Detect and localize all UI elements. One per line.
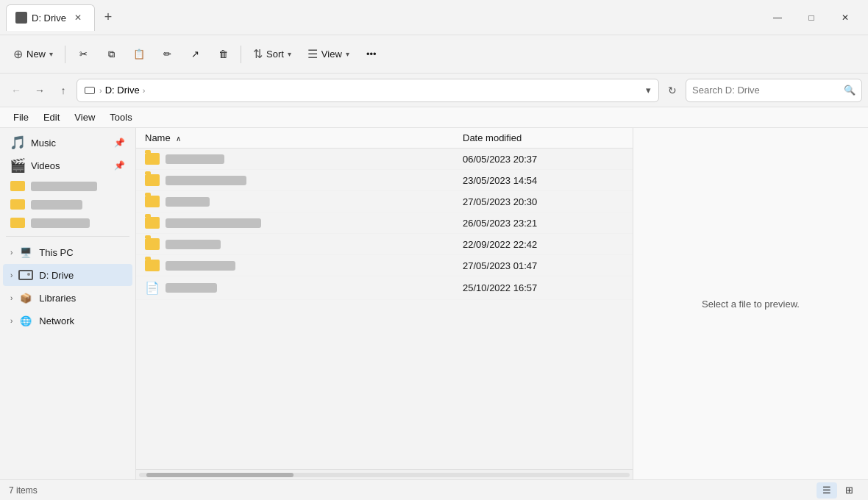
- table-row[interactable]: hidden23/05/2023 14:54: [136, 170, 633, 191]
- search-input[interactable]: [692, 85, 839, 96]
- new-tab-button[interactable]: +: [98, 7, 118, 28]
- sidebar-item-network[interactable]: › 🌐 Network: [3, 310, 132, 332]
- menu-tools[interactable]: Tools: [102, 109, 139, 126]
- menu-bar: File Edit View Tools: [0, 107, 868, 128]
- close-button[interactable]: ✕: [828, 6, 862, 29]
- column-header-name[interactable]: Name ∧: [136, 128, 454, 149]
- path-segment-drive[interactable]: D: Drive: [105, 85, 140, 96]
- file-name-blurred-6: hidden: [166, 261, 235, 271]
- menu-file[interactable]: File: [6, 109, 36, 126]
- sidebar-item-music[interactable]: 🎵 Music 📌: [3, 132, 132, 154]
- horizontal-scrollbar[interactable]: [136, 469, 633, 479]
- folder-icon: [145, 217, 160, 229]
- sidebar-item-blurred-1[interactable]: blurred: [3, 177, 132, 195]
- more-button[interactable]: •••: [358, 41, 385, 68]
- sidebar-label-libraries: Libraries: [39, 293, 76, 304]
- window-controls: — □ ✕: [761, 6, 862, 29]
- folder-icon: [145, 260, 160, 271]
- file-name-blurred-7: hidden: [166, 283, 217, 293]
- maximize-button[interactable]: □: [794, 6, 828, 29]
- list-view-button[interactable]: ☰: [817, 482, 837, 499]
- address-box[interactable]: › D: Drive › ▾: [77, 79, 659, 102]
- blurred-icon-3: [10, 218, 25, 228]
- sidebar-item-d-drive[interactable]: › D: Drive: [3, 264, 132, 286]
- refresh-button[interactable]: ↻: [662, 80, 683, 101]
- file-table: Name ∧ Date modified hidden06/05/2023 20…: [136, 128, 633, 300]
- view-dropdown-icon: ▾: [346, 50, 349, 58]
- view-toggle: ☰ ⊞: [817, 482, 859, 499]
- share-button[interactable]: ↗: [182, 41, 208, 68]
- address-drive-icon: [85, 87, 95, 94]
- file-name-blurred-2: hidden: [166, 176, 246, 185]
- column-name-label: Name: [145, 132, 171, 143]
- delete-button[interactable]: 🗑: [210, 41, 236, 68]
- folder-icon: [145, 196, 160, 207]
- list-view-icon: ☰: [822, 485, 831, 496]
- sidebar-divider-1: [6, 236, 129, 237]
- pin-icon-videos: 📌: [114, 160, 125, 171]
- tile-view-button[interactable]: ⊞: [839, 482, 859, 499]
- file-table-header-row: Name ∧ Date modified: [136, 128, 633, 149]
- view-icon: ☰: [307, 47, 318, 61]
- sidebar-item-blurred-2[interactable]: blurred: [3, 196, 132, 213]
- tab-close-button[interactable]: ✕: [71, 10, 85, 25]
- table-row[interactable]: hidden06/05/2023 20:37: [136, 149, 633, 170]
- toolbar-separator-2: [241, 46, 241, 63]
- file-row-name-7: 📄hidden: [145, 281, 445, 295]
- active-tab[interactable]: D: Drive ✕: [6, 4, 95, 31]
- column-date-label: Date modified: [463, 132, 522, 143]
- copy-button[interactable]: ⧉: [98, 41, 124, 68]
- file-row-name-5: hidden: [145, 238, 445, 250]
- libraries-icon: 📦: [18, 290, 33, 305]
- forward-button[interactable]: →: [29, 80, 50, 101]
- sidebar-blurred-label-3: blurred: [31, 218, 90, 228]
- table-row[interactable]: hidden27/05/2023 20:30: [136, 191, 633, 213]
- file-row-name-6: hidden: [145, 260, 445, 271]
- file-date-7: 25/10/2022 16:57: [454, 276, 633, 300]
- table-row[interactable]: 📄hidden25/10/2022 16:57: [136, 276, 633, 300]
- paste-icon: 📋: [133, 49, 145, 60]
- table-row[interactable]: hidden22/09/2022 22:42: [136, 234, 633, 255]
- sort-button[interactable]: ⇅ Sort ▾: [246, 41, 299, 68]
- file-row-name-3: hidden: [145, 196, 445, 207]
- sidebar-item-libraries[interactable]: › 📦 Libraries: [3, 287, 132, 309]
- cut-icon: ✂: [79, 49, 88, 60]
- file-name-blurred-3: hidden: [166, 197, 210, 207]
- file-icon: 📄: [145, 281, 160, 295]
- this-pc-icon: 🖥️: [18, 245, 33, 260]
- column-header-date[interactable]: Date modified: [454, 128, 633, 149]
- paste-button[interactable]: 📋: [126, 41, 152, 68]
- table-row[interactable]: hidden27/05/2023 01:47: [136, 255, 633, 276]
- new-dropdown-icon: ▾: [49, 50, 53, 58]
- file-name-blurred-4: hidden: [166, 218, 261, 228]
- plus-icon: ⊕: [13, 47, 23, 61]
- file-date-5: 22/09/2022 22:42: [454, 234, 633, 255]
- sort-icon: ⇅: [253, 47, 263, 61]
- toolbar: ⊕ New ▾ ✂ ⧉ 📋 ✏ ↗ 🗑 ⇅ Sort ▾ ☰ View ▾ ••…: [0, 35, 868, 74]
- rename-button[interactable]: ✏: [154, 41, 180, 68]
- menu-view[interactable]: View: [67, 109, 102, 126]
- address-dropdown-button[interactable]: ▾: [646, 85, 651, 96]
- hscroll-thumb[interactable]: [146, 473, 294, 477]
- view-button[interactable]: ☰ View ▾: [300, 41, 357, 68]
- table-row[interactable]: hidden26/05/2023 23:21: [136, 213, 633, 234]
- up-button[interactable]: ↑: [53, 80, 74, 101]
- address-path: › D: Drive ›: [99, 85, 145, 96]
- sidebar: 🎵 Music 📌 🎬 Videos 📌 blurred blurred blu…: [0, 128, 136, 479]
- menu-edit[interactable]: Edit: [36, 109, 67, 126]
- expand-icon-d-drive: ›: [10, 271, 13, 279]
- folder-icon: [145, 238, 160, 250]
- cut-button[interactable]: ✂: [70, 41, 96, 68]
- sidebar-item-videos[interactable]: 🎬 Videos 📌: [3, 154, 132, 176]
- back-button[interactable]: ←: [6, 80, 26, 101]
- view-label: View: [321, 49, 342, 60]
- status-item-count: 7 items: [9, 485, 38, 496]
- sidebar-blurred-label-1: blurred: [31, 182, 97, 191]
- sidebar-item-blurred-3[interactable]: blurred: [3, 214, 132, 232]
- new-button[interactable]: ⊕ New ▾: [6, 41, 60, 68]
- copy-icon: ⧉: [108, 49, 115, 60]
- sidebar-item-this-pc[interactable]: › 🖥️ This PC: [3, 241, 132, 263]
- minimize-button[interactable]: —: [761, 6, 794, 29]
- search-box[interactable]: 🔍: [686, 79, 862, 102]
- sidebar-label-d-drive: D: Drive: [39, 270, 74, 281]
